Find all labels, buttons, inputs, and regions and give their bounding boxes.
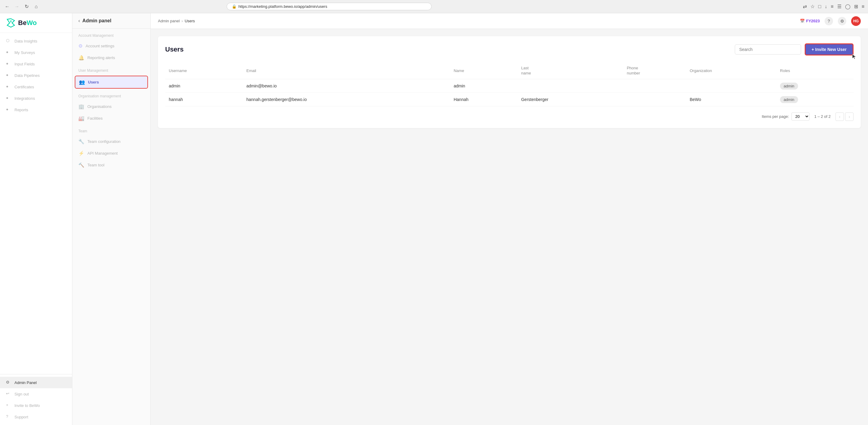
prev-page-button[interactable]: ‹ bbox=[835, 113, 844, 121]
middle-panel: ‹ Admin panel Account Management ⚙ Accou… bbox=[72, 13, 151, 425]
user-avatar[interactable]: HG bbox=[851, 16, 861, 26]
translate-icon[interactable]: ⇄ bbox=[803, 4, 807, 9]
cell-name-hannah: Hannah bbox=[450, 93, 518, 106]
breadcrumb-admin-panel[interactable]: Admin panel bbox=[158, 19, 180, 23]
next-page-button[interactable]: › bbox=[845, 113, 854, 121]
cell-name-admin: admin bbox=[450, 79, 518, 93]
sidebar-item-certificates[interactable]: ● Certificates bbox=[0, 81, 72, 93]
invite-icon: + bbox=[6, 403, 11, 408]
users-table: Username Email Name Last bbox=[165, 63, 854, 107]
cell-phone-hannah bbox=[623, 93, 686, 106]
search-input[interactable] bbox=[735, 44, 801, 55]
fiscal-year[interactable]: 📅 FY2023 bbox=[800, 19, 820, 23]
facilities-icon: 🏭 bbox=[79, 116, 84, 121]
admin-panel-icon: ⊙ bbox=[6, 380, 11, 385]
cell-username-admin: admin bbox=[165, 79, 243, 93]
integrations-icon: ● bbox=[6, 96, 11, 101]
panel-item-facilities[interactable]: 🏭 Facilities bbox=[72, 113, 150, 124]
browser-back-button[interactable]: ← bbox=[4, 3, 11, 10]
col-header-name: Name bbox=[450, 63, 518, 79]
sidebar-item-integrations[interactable]: ● Integrations bbox=[0, 93, 72, 104]
sidebar-item-support[interactable]: ? Support bbox=[0, 411, 72, 423]
users-header-actions: + Invite New User bbox=[735, 43, 854, 56]
users-title: Users bbox=[165, 45, 184, 53]
col-header-email: Email bbox=[243, 63, 450, 79]
help-button[interactable]: ? bbox=[825, 17, 833, 25]
pocket-icon[interactable]: □ bbox=[818, 4, 821, 9]
security-icon: 🔒 bbox=[232, 4, 237, 9]
browser-chrome: ← → ↻ ⌂ 🔒 https://marketing.platform.bew… bbox=[0, 0, 868, 13]
bookmark-icon[interactable]: ☆ bbox=[810, 4, 815, 9]
cell-org-hannah: BeWo bbox=[686, 93, 776, 106]
panel-item-users[interactable]: 👥 Users bbox=[75, 75, 148, 89]
api-management-icon: ⚡ bbox=[79, 150, 84, 156]
logo-text: BeWo bbox=[18, 19, 37, 27]
page-nav: ‹ › bbox=[835, 113, 854, 121]
table-row[interactable]: hannah hannah.gerstenberger@bewo.io Hann… bbox=[165, 93, 854, 106]
url-text: https://marketing.platform.bewo.io/app/a… bbox=[239, 4, 327, 9]
panel-item-team-tool[interactable]: 🔨 Team tool bbox=[72, 159, 150, 171]
breadcrumb-separator: › bbox=[181, 19, 183, 23]
calendar-icon: 📅 bbox=[800, 19, 805, 23]
cell-phone-admin bbox=[623, 79, 686, 93]
app-wrapper: BeWo ⬡ Data Insights ● My Surveys ● Inpu… bbox=[0, 13, 868, 425]
items-per-page-label: Items per page: bbox=[762, 114, 789, 119]
sidebar-item-sign-out[interactable]: ↩ Sign out bbox=[0, 388, 72, 400]
pagination-bar: Items per page: 10 20 50 100 1 – 2 of 2 … bbox=[165, 113, 854, 121]
my-surveys-icon: ● bbox=[6, 50, 11, 55]
address-bar[interactable]: 🔒 https://marketing.platform.bewo.io/app… bbox=[227, 3, 432, 10]
sidebar-item-my-surveys[interactable]: ● My Surveys bbox=[0, 47, 72, 58]
logo-area: BeWo bbox=[0, 13, 72, 33]
col-header-username: Username bbox=[165, 63, 243, 79]
menu-icon[interactable]: ≡ bbox=[862, 4, 864, 9]
users-icon: 👥 bbox=[79, 79, 85, 85]
section-title-user-management: User Management bbox=[72, 64, 150, 75]
panel-item-team-configuration[interactable]: 🔧 Team configuration bbox=[72, 135, 150, 147]
browser-forward-button[interactable]: → bbox=[13, 3, 21, 10]
cell-roles-hannah: admin bbox=[776, 93, 854, 106]
panel-item-organisations[interactable]: 🏢 Organisations bbox=[72, 101, 150, 113]
panel-title: Admin panel bbox=[82, 18, 111, 24]
sidebar-item-input-fields[interactable]: ● Input Fields bbox=[0, 58, 72, 70]
reader-icon[interactable]: ☰ bbox=[837, 4, 841, 9]
table-row[interactable]: admin admin@bewo.io admin admin bbox=[165, 79, 854, 93]
sidebar-item-invite-to-bewo[interactable]: + Invite to BeWo bbox=[0, 400, 72, 411]
panel-item-reporting-alerts[interactable]: 🔔 Reporting alerts bbox=[72, 52, 150, 64]
col-header-roles: Roles bbox=[776, 63, 854, 79]
certificates-icon: ● bbox=[6, 84, 11, 90]
sidebar-item-reports[interactable]: ● Reports bbox=[0, 104, 72, 116]
top-bar: Admin panel › Users 📅 FY2023 ? ⚙ HG bbox=[151, 13, 868, 29]
extensions-icon[interactable]: ⊞ bbox=[854, 4, 858, 9]
table-body: admin admin@bewo.io admin admin hannah bbox=[165, 79, 854, 106]
sign-out-icon: ↩ bbox=[6, 391, 11, 397]
breadcrumb: Admin panel › Users bbox=[158, 19, 800, 23]
data-insights-icon: ⬡ bbox=[6, 38, 11, 44]
sidebar-item-data-pipelines[interactable]: ● Data Pipelines bbox=[0, 70, 72, 81]
organisations-icon: 🏢 bbox=[79, 104, 84, 110]
panel-item-account-settings[interactable]: ⚙ Account settings bbox=[72, 40, 150, 52]
role-badge-hannah: admin bbox=[780, 96, 798, 103]
library-icon[interactable]: ≡ bbox=[831, 4, 833, 9]
support-icon: ? bbox=[6, 414, 11, 420]
per-page-select[interactable]: 10 20 50 100 bbox=[792, 113, 809, 121]
browser-reload-button[interactable]: ↻ bbox=[23, 3, 30, 10]
profile-icon[interactable]: ◯ bbox=[845, 4, 850, 9]
cell-email-hannah: hannah.gerstenberger@bewo.io bbox=[243, 93, 450, 106]
sidebar-item-data-insights[interactable]: ⬡ Data Insights bbox=[0, 35, 72, 47]
cell-email-admin: admin@bewo.io bbox=[243, 79, 450, 93]
cell-org-admin bbox=[686, 79, 776, 93]
cell-lastname-admin bbox=[518, 79, 623, 93]
settings-button[interactable]: ⚙ bbox=[838, 17, 846, 25]
reporting-alerts-icon: 🔔 bbox=[79, 55, 84, 61]
table-header-row: Username Email Name Last bbox=[165, 63, 854, 79]
browser-home-button[interactable]: ⌂ bbox=[33, 3, 40, 10]
col-header-phone-number: Phone number bbox=[623, 63, 686, 79]
panel-item-api-management[interactable]: ⚡ API Management bbox=[72, 147, 150, 159]
download-icon[interactable]: ↓ bbox=[825, 4, 827, 9]
role-badge-admin: admin bbox=[780, 83, 798, 90]
panel-header: ‹ Admin panel bbox=[72, 13, 150, 29]
sidebar-item-admin-panel[interactable]: ⊙ Admin Panel bbox=[0, 377, 72, 388]
invite-new-user-button[interactable]: + Invite New User bbox=[805, 43, 854, 56]
panel-back-button[interactable]: ‹ bbox=[79, 18, 80, 24]
data-pipelines-icon: ● bbox=[6, 73, 11, 78]
